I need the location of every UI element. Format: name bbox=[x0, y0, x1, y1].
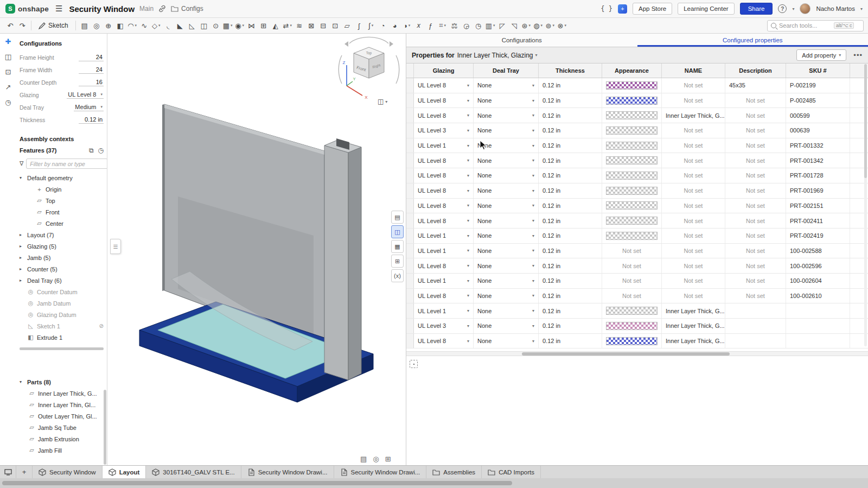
search-tools[interactable]: alt/⌥ c bbox=[767, 20, 864, 31]
table-row[interactable]: UL Level 8▾None▾0.12 inNot setNot setPRT… bbox=[406, 168, 868, 183]
glazing-select[interactable]: UL Level 3▾ bbox=[414, 319, 474, 333]
appearance-cell[interactable] bbox=[602, 168, 662, 183]
part-item[interactable]: ▱Jamb Sq Tube bbox=[20, 422, 104, 433]
revolve-icon[interactable]: ◠▾ bbox=[126, 19, 138, 32]
chamfer-icon[interactable]: ◣ bbox=[174, 19, 186, 32]
document-tab[interactable]: CAD Imports bbox=[482, 466, 541, 478]
feature-group[interactable]: ▸Layout (7) bbox=[20, 229, 104, 240]
panel-variables-icon[interactable]: (x) bbox=[391, 269, 404, 282]
config-input[interactable]: 16 bbox=[79, 78, 104, 86]
glazing-select[interactable]: UL Level 1▾ bbox=[414, 244, 474, 258]
variable-icon[interactable]: 𝑥 bbox=[413, 19, 425, 32]
apps-icon[interactable]: + bbox=[618, 4, 627, 14]
deal-tray-select[interactable]: None▾ bbox=[474, 78, 539, 93]
description-cell[interactable]: Not set bbox=[725, 199, 786, 213]
camera-icon[interactable]: ◎ bbox=[373, 455, 379, 463]
custom-feature-icon[interactable]: ⊛▾ bbox=[520, 19, 532, 32]
feature-group[interactable]: ▾Default geometry bbox=[20, 172, 104, 183]
part-item[interactable]: ▱Jamb Fill bbox=[20, 445, 104, 456]
description-cell[interactable]: Not set bbox=[725, 138, 786, 153]
3d-spline-icon[interactable]: ∫▾ bbox=[365, 19, 377, 32]
deal-tray-select[interactable]: None▾ bbox=[474, 274, 539, 288]
composite-curve-icon[interactable]: ◕ bbox=[389, 19, 401, 32]
features-flyout-handle[interactable]: ☰ bbox=[110, 239, 121, 254]
glazing-select[interactable]: UL Level 1▾ bbox=[414, 274, 474, 288]
name-cell[interactable]: Not set bbox=[662, 153, 725, 168]
description-cell[interactable]: Not set bbox=[725, 168, 786, 183]
project-curve-icon[interactable]: ◔ bbox=[377, 19, 389, 32]
glazing-select[interactable]: UL Level 8▾ bbox=[414, 199, 474, 213]
tab-configured-properties[interactable]: Configured properties bbox=[637, 34, 868, 47]
config-input[interactable]: 0.12 in bbox=[79, 116, 104, 124]
move-face-icon[interactable]: ⊟ bbox=[317, 19, 329, 32]
description-cell[interactable]: Not set bbox=[725, 229, 786, 243]
deal-tray-select[interactable]: None▾ bbox=[474, 213, 539, 228]
name-cell[interactable]: Not set bbox=[662, 244, 725, 258]
description-cell[interactable] bbox=[725, 334, 786, 348]
extrude-icon[interactable]: ◧ bbox=[114, 19, 126, 32]
display-options-icon[interactable]: ◍▾ bbox=[532, 19, 544, 32]
transform-icon[interactable]: ⇄▾ bbox=[282, 19, 293, 32]
table-row[interactable]: UL Level 1▾None▾0.12 inNot setNot setNot… bbox=[406, 274, 868, 289]
feature-item[interactable]: ◺Sketch 1⊘ bbox=[20, 320, 104, 332]
feature-item[interactable]: ◧Extrude 1 bbox=[20, 332, 104, 343]
feature-filter-input[interactable] bbox=[26, 159, 107, 169]
add-property-button[interactable]: Add property ▾ bbox=[796, 49, 846, 61]
analysis-icon[interactable]: ⊗▾ bbox=[556, 19, 568, 32]
name-cell[interactable]: Inner Layer Thick, G... bbox=[662, 334, 725, 348]
undo-icon[interactable]: ↶ bbox=[4, 19, 16, 32]
mass-properties-icon[interactable]: ⚖ bbox=[449, 19, 461, 32]
tag-profile-icon[interactable]: ◹ bbox=[508, 19, 520, 32]
properties-target[interactable]: Inner Layer Thick, Glazing ▾ bbox=[457, 52, 538, 59]
feature-item[interactable]: ▱Top bbox=[20, 195, 104, 206]
deal-tray-select[interactable]: None▾ bbox=[474, 244, 539, 258]
table-row[interactable]: UL Level 8▾None▾0.12 inNot setNot setNot… bbox=[406, 289, 868, 304]
frame-icon[interactable]: ▥▾ bbox=[484, 19, 496, 32]
deal-tray-select[interactable]: None▾ bbox=[474, 108, 539, 123]
appearance-swatch[interactable] bbox=[606, 81, 658, 90]
panel-splitter[interactable] bbox=[20, 347, 104, 350]
name-cell[interactable]: Not set bbox=[662, 274, 725, 288]
plane-icon[interactable]: ▱ bbox=[341, 19, 353, 32]
appearance-swatch[interactable] bbox=[606, 201, 658, 210]
redo-icon[interactable]: ↷ bbox=[16, 19, 28, 32]
offset-surface-icon[interactable]: ≋ bbox=[293, 19, 305, 32]
appearance-cell[interactable] bbox=[602, 319, 662, 333]
name-cell[interactable]: Not set bbox=[662, 93, 725, 108]
workspace-name[interactable]: Main bbox=[139, 5, 154, 12]
tab-configurations[interactable]: Configurations bbox=[406, 34, 637, 47]
glazing-select[interactable]: UL Level 8▾ bbox=[414, 289, 474, 303]
name-cell[interactable]: Not set bbox=[662, 183, 725, 198]
glazing-select[interactable]: UL Level 8▾ bbox=[414, 78, 474, 93]
glazing-select[interactable]: UL Level 3▾ bbox=[414, 123, 474, 138]
perspective-icon[interactable]: ▤ bbox=[360, 455, 367, 463]
config-select[interactable]: Medium▾ bbox=[74, 103, 104, 111]
appearance-cell[interactable] bbox=[602, 303, 662, 318]
appearance-cell[interactable]: Not set bbox=[602, 258, 662, 273]
appearance-swatch[interactable] bbox=[606, 232, 658, 240]
appearance-swatch[interactable] bbox=[606, 217, 658, 225]
name-cell[interactable]: Not set bbox=[662, 213, 725, 228]
deal-tray-select[interactable]: None▾ bbox=[474, 183, 539, 198]
link-icon[interactable] bbox=[158, 5, 166, 12]
versions-icon[interactable]: ◫ bbox=[0, 49, 16, 64]
appearance-cell[interactable] bbox=[602, 153, 662, 168]
boolean-icon[interactable]: ⊞ bbox=[258, 19, 270, 32]
feature-item[interactable]: +Origin bbox=[20, 183, 104, 195]
split-icon[interactable]: ◭ bbox=[270, 19, 282, 32]
part-item[interactable]: ▱Inner Layer Thick, G... bbox=[20, 388, 104, 399]
replace-face-icon[interactable]: ⊡ bbox=[329, 19, 341, 32]
description-cell[interactable]: Not set bbox=[725, 274, 786, 288]
appearance-swatch[interactable] bbox=[606, 156, 658, 164]
name-cell[interactable]: Not set bbox=[662, 138, 725, 153]
feature-item[interactable]: ▱Front bbox=[20, 206, 104, 218]
name-cell[interactable]: Not set bbox=[662, 168, 725, 183]
grid-settings-icon[interactable]: ⊞ bbox=[385, 455, 391, 463]
appearance-cell[interactable] bbox=[602, 93, 662, 108]
deal-tray-select[interactable]: None▾ bbox=[474, 334, 539, 348]
appearance-swatch[interactable] bbox=[606, 126, 658, 135]
panel-config-icon[interactable]: ◫ bbox=[391, 225, 404, 238]
document-tab[interactable]: Security Window Drawi... bbox=[241, 466, 334, 478]
description-cell[interactable] bbox=[725, 303, 786, 318]
description-cell[interactable]: 45x35 bbox=[725, 78, 786, 93]
